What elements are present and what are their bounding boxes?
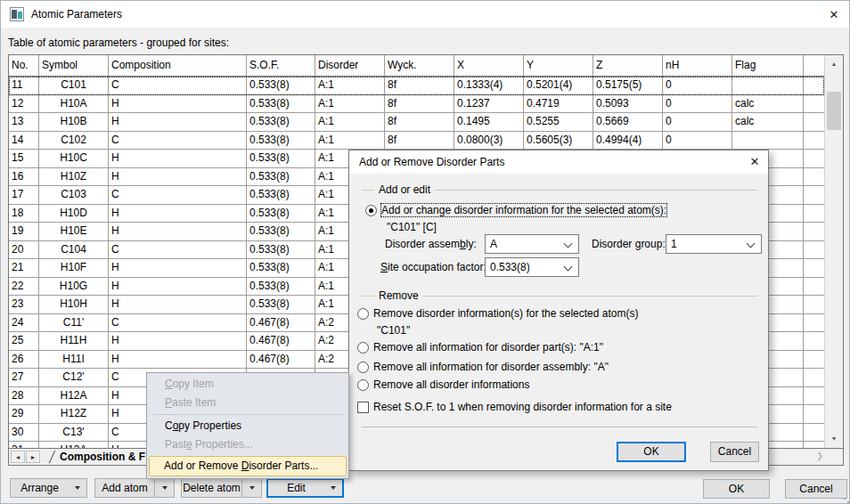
table-cell[interactable]: H10A: [39, 95, 109, 113]
scroll-up-icon[interactable]: ▲: [825, 55, 843, 73]
dialog-ok-button[interactable]: OK: [617, 442, 686, 462]
assembly-combobox[interactable]: A: [485, 234, 579, 254]
table-cell[interactable]: 19: [9, 223, 39, 240]
table-cell[interactable]: 8f: [385, 132, 454, 150]
table-cell[interactable]: H10H: [39, 296, 109, 313]
radio-off-icon[interactable]: [357, 342, 369, 354]
table-cell[interactable]: 18: [9, 205, 39, 223]
dialog-cancel-button[interactable]: Cancel: [710, 442, 759, 462]
table-cell[interactable]: 15: [9, 150, 39, 167]
table-cell[interactable]: H11H: [39, 332, 109, 350]
column-header-disorder[interactable]: Disorder: [315, 55, 385, 76]
table-cell[interactable]: 21: [9, 259, 39, 277]
table-cell[interactable]: 20: [9, 241, 39, 259]
table-cell[interactable]: H: [109, 95, 247, 113]
table-cell[interactable]: H13A: [39, 442, 109, 448]
radio-remove-atom[interactable]: Remove disorder information(s) for the s…: [357, 307, 638, 320]
table-cell[interactable]: 0.0800(3): [454, 132, 524, 150]
table-cell[interactable]: 29: [9, 405, 39, 423]
dialog-close-icon[interactable]: ✕: [745, 152, 764, 172]
radio-on-icon[interactable]: [365, 205, 377, 216]
table-cell[interactable]: 23: [9, 296, 39, 313]
table-cell[interactable]: 0.5093: [593, 95, 663, 113]
table-cell[interactable]: C11': [39, 314, 109, 332]
table-cell[interactable]: 26: [9, 351, 39, 369]
table-row[interactable]: 14C102C0.533(8)A:18f0.0800(3)0.5605(3)0.…: [9, 132, 824, 150]
table-cell[interactable]: 0.533(8): [247, 150, 315, 167]
table-cell[interactable]: 22: [9, 278, 39, 296]
menu-item-copy-item[interactable]: Copy Item: [147, 375, 348, 394]
menu-item-paste-properties[interactable]: Paste Properties...: [147, 435, 348, 454]
table-cell[interactable]: 0.5605(3): [524, 132, 593, 150]
table-cell[interactable]: 0.467(8): [247, 314, 315, 332]
table-cell[interactable]: 0.533(8): [247, 132, 315, 150]
table-cell[interactable]: A:1: [315, 113, 385, 131]
scrollbar-thumb[interactable]: [827, 92, 841, 130]
table-cell[interactable]: C: [109, 241, 247, 259]
column-header-sof[interactable]: S.O.F.: [247, 55, 315, 76]
table-cell[interactable]: 31: [9, 442, 39, 448]
table-cell[interactable]: C103: [39, 186, 109, 204]
column-header-no[interactable]: No.: [9, 55, 39, 76]
table-cell[interactable]: 0.533(8): [247, 168, 315, 186]
table-cell[interactable]: C: [109, 314, 247, 332]
radio-off-icon[interactable]: [357, 308, 369, 320]
table-cell[interactable]: H12A: [39, 387, 109, 405]
table-cell[interactable]: 11: [9, 77, 39, 94]
disorder-group-combobox[interactable]: 1: [666, 234, 762, 254]
table-cell[interactable]: calc: [732, 113, 804, 131]
table-cell[interactable]: A:1: [315, 77, 385, 94]
table-cell[interactable]: A:1: [315, 95, 385, 113]
ok-button[interactable]: OK: [703, 479, 770, 499]
delete-atom-button[interactable]: Delete atom: [181, 478, 262, 498]
table-cell[interactable]: C: [109, 186, 247, 204]
edit-button[interactable]: Edit: [266, 478, 344, 498]
table-cell[interactable]: 0: [663, 77, 732, 94]
vertical-scrollbar[interactable]: ▲ ▼: [824, 55, 843, 448]
radio-off-icon[interactable]: [357, 362, 369, 373]
table-cell[interactable]: C13': [39, 424, 109, 442]
menu-item-copy-properties[interactable]: Copy Properties: [147, 417, 348, 435]
table-cell[interactable]: C102: [39, 132, 109, 150]
table-row[interactable]: 12H10AH0.533(8)A:18f0.12370.47190.50930c…: [9, 95, 824, 114]
delete-atom-dropdown[interactable]: [241, 479, 261, 497]
table-cell[interactable]: C: [109, 77, 247, 94]
table-cell[interactable]: H12Z: [39, 405, 109, 423]
table-cell[interactable]: 0.533(8): [247, 241, 315, 259]
table-cell[interactable]: H10Z: [39, 168, 109, 186]
table-cell[interactable]: 0.533(8): [247, 205, 315, 223]
table-cell[interactable]: H10C: [39, 150, 109, 167]
table-cell[interactable]: H11I: [39, 351, 109, 369]
table-cell[interactable]: 16: [9, 168, 39, 186]
table-cell[interactable]: 30: [9, 424, 39, 442]
table-cell[interactable]: H10E: [39, 223, 109, 240]
table-cell[interactable]: [732, 132, 804, 150]
table-cell[interactable]: 0.533(8): [247, 296, 315, 313]
table-cell[interactable]: H10F: [39, 259, 109, 277]
table-cell[interactable]: 8f: [385, 113, 454, 131]
add-atom-dropdown[interactable]: [154, 479, 174, 497]
column-header-symbol[interactable]: Symbol: [39, 55, 109, 76]
tab-scroll-left-icon[interactable]: ◄: [11, 451, 25, 463]
table-cell[interactable]: [732, 77, 804, 94]
table-cell[interactable]: C12': [39, 369, 109, 386]
table-cell[interactable]: H10D: [39, 205, 109, 223]
menu-item-paste-item[interactable]: Paste Item: [147, 394, 348, 412]
table-cell[interactable]: 0.467(8): [247, 351, 315, 369]
table-cell[interactable]: 0.1333(4): [454, 77, 524, 94]
table-cell[interactable]: C: [109, 132, 247, 150]
table-cell[interactable]: H: [109, 332, 247, 350]
sof-combobox[interactable]: 0.533(8): [485, 257, 579, 277]
table-cell[interactable]: 17: [9, 186, 39, 204]
table-cell[interactable]: 0.5175(5): [593, 77, 663, 94]
table-row[interactable]: 11C101C0.533(8)A:18f0.1333(4)0.5201(4)0.…: [9, 77, 824, 95]
column-header-y[interactable]: Y: [524, 55, 593, 76]
table-cell[interactable]: H: [109, 296, 247, 313]
arrange-button[interactable]: Arrange: [10, 478, 87, 498]
resize-grip[interactable]: [844, 498, 846, 500]
checkbox-unchecked-icon[interactable]: [357, 402, 369, 413]
table-cell[interactable]: 24: [9, 314, 39, 332]
table-cell[interactable]: H: [109, 351, 247, 369]
cancel-button[interactable]: Cancel: [785, 479, 847, 499]
table-cell[interactable]: H: [109, 223, 247, 240]
